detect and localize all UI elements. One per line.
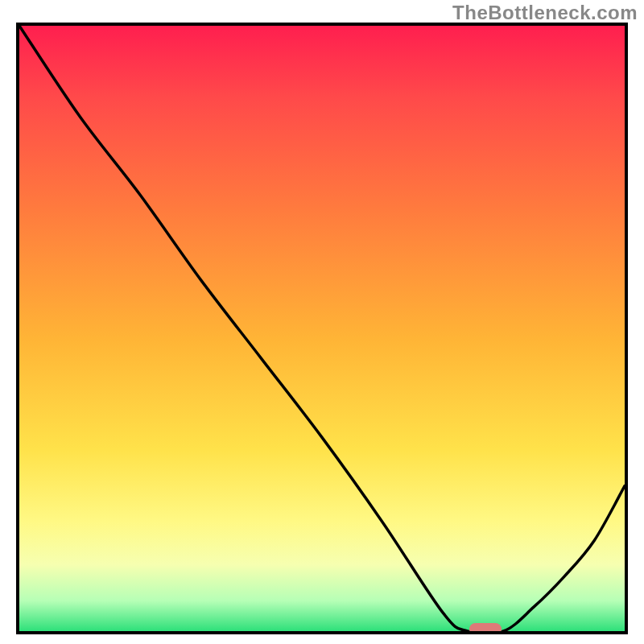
chart-frame: TheBottleneck.com — [0, 0, 644, 644]
watermark-label: TheBottleneck.com — [452, 2, 638, 24]
plot-area — [16, 23, 628, 634]
curve-path — [19, 26, 625, 631]
bottleneck-curve — [19, 26, 625, 631]
bottleneck-marker — [469, 623, 502, 634]
